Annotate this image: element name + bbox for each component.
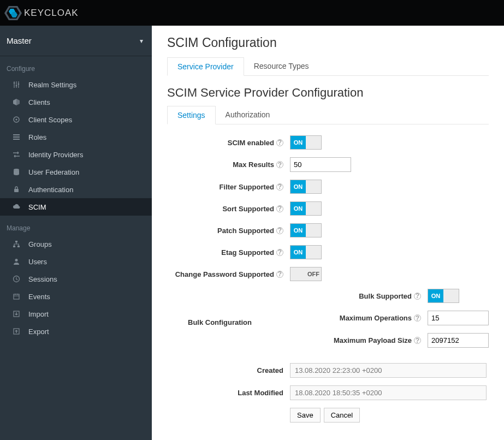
etag-supported-toggle[interactable]: ON: [290, 245, 489, 259]
created-value: [290, 363, 487, 378]
sidebar-item-label: Realm Settings: [28, 81, 76, 89]
sidebar-item-label: Export: [28, 328, 49, 336]
sidebar-item-import[interactable]: Import: [0, 305, 152, 323]
sidebar-item-events[interactable]: Events: [0, 288, 152, 305]
etag-supported-label: Etag Supported: [221, 248, 274, 257]
scim-enabled-toggle[interactable]: ON: [290, 135, 489, 150]
svg-point-17: [15, 259, 18, 261]
tab-service-provider[interactable]: Service Provider: [167, 57, 244, 76]
sidebar-item-scim[interactable]: SCIM: [0, 198, 152, 216]
sidebar-item-label: Roles: [28, 133, 46, 141]
max-operations-input[interactable]: [428, 311, 489, 325]
sidebar-item-export[interactable]: Export: [0, 323, 152, 340]
user-icon: [12, 258, 21, 265]
svg-rect-10: [13, 136, 20, 138]
clock-icon: [12, 275, 21, 283]
export-icon: [12, 328, 21, 335]
brand-logo[interactable]: KEYCLOAK: [4, 6, 79, 20]
help-icon[interactable]: ?: [276, 205, 283, 212]
sitemap-icon: [12, 240, 21, 248]
sidebar-item-label: User Federation: [28, 168, 79, 176]
max-payload-input[interactable]: [428, 333, 489, 348]
created-label: Created: [257, 366, 283, 374]
svg-point-12: [14, 169, 19, 171]
sidebar-item-user-federation[interactable]: User Federation: [0, 163, 152, 181]
save-button[interactable]: Save: [290, 408, 321, 423]
database-icon: [12, 168, 21, 176]
sidebar-item-clients[interactable]: Clients: [0, 93, 152, 111]
svg-rect-19: [14, 294, 19, 299]
scim-enabled-label: SCIM enabled: [228, 139, 274, 147]
sidebar-item-label: Events: [28, 293, 50, 301]
bulk-supported-label: Bulk Supported: [359, 292, 412, 300]
topbar: KEYCLOAK: [0, 0, 504, 26]
help-icon[interactable]: ?: [276, 249, 283, 256]
patch-supported-toggle[interactable]: ON: [290, 223, 489, 237]
main-content: SCIM Configuration Service ProviderResou…: [152, 26, 504, 440]
sort-supported-label: Sort Supported: [222, 205, 274, 213]
last-modified-label: Last Modified: [238, 389, 283, 397]
sidebar-item-client-scopes[interactable]: Client Scopes: [0, 111, 152, 128]
sidebar-item-label: Import: [28, 310, 49, 318]
help-icon[interactable]: ?: [276, 139, 283, 146]
subtab-authorization[interactable]: Authorization: [216, 106, 280, 124]
keycloak-logo-icon: [4, 6, 22, 20]
sidebar-item-label: Authentication: [28, 186, 73, 194]
sort-supported-toggle[interactable]: ON: [290, 201, 489, 216]
exchange-icon: [12, 151, 21, 158]
sidebar: Master ▾ Configure Realm SettingsClients…: [0, 26, 152, 440]
svg-rect-6: [18, 84, 19, 85]
sidebar-item-groups[interactable]: Groups: [0, 235, 152, 253]
help-icon[interactable]: ?: [276, 227, 283, 234]
tab-resource-types[interactable]: Resource Types: [244, 57, 319, 76]
import-icon: [12, 310, 21, 318]
change-password-supported-toggle[interactable]: OFF: [290, 267, 489, 281]
sidebar-item-authentication[interactable]: Authentication: [0, 181, 152, 198]
last-modified-value: [290, 385, 487, 400]
sidebar-heading-manage: Manage: [0, 224, 152, 235]
list-icon: [12, 133, 21, 141]
sub-tabs: SettingsAuthorization: [167, 105, 489, 124]
svg-rect-14: [15, 241, 17, 242]
brand-name: KEYCLOAK: [24, 8, 79, 19]
help-icon[interactable]: ?: [276, 183, 283, 191]
sidebar-item-label: Clients: [28, 98, 50, 106]
sidebar-item-label: Sessions: [28, 275, 57, 283]
sidebar-item-label: SCIM: [28, 203, 46, 211]
sidebar-item-sessions[interactable]: Sessions: [0, 270, 152, 288]
sidebar-heading-configure: Configure: [0, 65, 152, 76]
sliders-icon: [12, 81, 21, 88]
patch-supported-label: Patch Supported: [217, 227, 274, 235]
max-payload-label: Maximum Payload Size: [334, 336, 412, 344]
svg-point-8: [15, 118, 17, 120]
filter-supported-toggle[interactable]: ON: [290, 180, 489, 194]
help-icon[interactable]: ?: [414, 314, 421, 322]
chevron-down-icon: ▾: [140, 37, 143, 45]
cloud-icon: [12, 203, 21, 211]
sidebar-section-configure: Configure Realm SettingsClientsClient Sc…: [0, 56, 152, 216]
lock-icon: [12, 186, 21, 193]
calendar-icon: [12, 293, 21, 300]
help-icon[interactable]: ?: [276, 161, 283, 168]
max-results-input[interactable]: [290, 157, 351, 172]
sidebar-item-label: Users: [28, 258, 47, 266]
realm-selector[interactable]: Master ▾: [0, 26, 152, 56]
sidebar-item-users[interactable]: Users: [0, 253, 152, 270]
sidebar-item-label: Client Scopes: [28, 116, 72, 124]
svg-rect-9: [13, 134, 20, 135]
svg-rect-13: [14, 189, 19, 192]
sidebar-item-realm-settings[interactable]: Realm Settings: [0, 76, 152, 93]
cancel-button[interactable]: Cancel: [324, 408, 360, 423]
change-password-supported-label: Change Password Supported: [175, 270, 274, 278]
help-icon[interactable]: ?: [414, 337, 421, 344]
bulk-supported-toggle[interactable]: ON: [428, 289, 489, 303]
main-tabs: Service ProviderResource Types: [167, 57, 489, 76]
help-icon[interactable]: ?: [414, 293, 421, 300]
sidebar-item-label: Groups: [28, 240, 52, 248]
svg-rect-4: [14, 82, 15, 84]
subtab-settings[interactable]: Settings: [167, 106, 216, 124]
sidebar-item-identity-providers[interactable]: Identity Providers: [0, 146, 152, 163]
sidebar-item-roles[interactable]: Roles: [0, 128, 152, 146]
help-icon[interactable]: ?: [276, 271, 283, 278]
realm-name: Master: [7, 36, 32, 45]
